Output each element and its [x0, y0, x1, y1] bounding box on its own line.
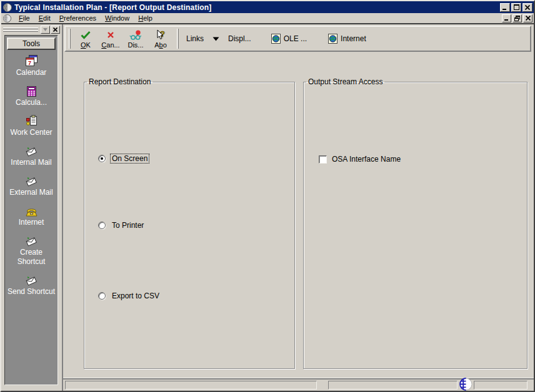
mail-icon: [25, 235, 38, 247]
chevron-down-icon: [212, 37, 219, 41]
check-icon: [80, 29, 91, 41]
radio-export-to-csv[interactable]: Export to CSV: [98, 291, 161, 301]
window-title: Typical Installation Plan - [Report Outp…: [14, 3, 498, 12]
globe-icon: [458, 378, 474, 391]
find-icon: [129, 29, 142, 41]
display-button[interactable]: Dis...: [123, 27, 148, 50]
checkbox-icon: [319, 155, 327, 164]
sidebar-item-label: Internal Mail: [11, 158, 51, 167]
sidebar-item-external-mail[interactable]: External Mail: [5, 175, 58, 197]
exitbar-grip[interactable]: [3, 27, 38, 32]
ok-button[interactable]: OK: [73, 27, 98, 50]
sidebar-item-label: External Mail: [9, 188, 52, 197]
internet-button[interactable]: Internet: [326, 32, 369, 45]
exitbar-close-button[interactable]: [51, 26, 60, 34]
sidebar-item-create-shortcut[interactable]: Create Shortcut: [5, 235, 58, 267]
sidebar-item-send-shortcut[interactable]: Send Shortcut: [5, 274, 58, 296]
maximize-button[interactable]: [511, 3, 521, 12]
tools-panel: Tools 7 Calendar Calcula...: [4, 35, 58, 385]
app-window: Typical Installation Plan - [Report Outp…: [0, 0, 535, 392]
mail-icon: [25, 175, 38, 187]
statusbar: [63, 378, 534, 391]
exitbar-header: [1, 24, 62, 35]
status-cell: [474, 381, 528, 390]
sidebar-item-work-center[interactable]: Work Center: [5, 115, 58, 137]
radio-on-screen[interactable]: On Screen: [98, 154, 149, 164]
calendar-icon: 7: [25, 55, 38, 67]
minimize-button[interactable]: [500, 3, 510, 12]
links-dropdown-button[interactable]: [210, 36, 222, 42]
menubar: File Edit Preferences Window Help: [1, 13, 534, 24]
mail-icon: [25, 274, 38, 286]
close-button[interactable]: [522, 3, 532, 12]
radio-button-icon: [98, 222, 106, 229]
main-panel: OK Can... Dis... ?: [62, 24, 534, 391]
sidebar-item-calculator[interactable]: Calcula...: [5, 85, 58, 107]
radio-to-printer[interactable]: To Printer: [98, 220, 146, 230]
mdi-restore-button[interactable]: [512, 14, 522, 22]
mdi-close-button[interactable]: [523, 14, 532, 22]
internet-doc-globe-icon: [328, 34, 338, 44]
svg-text:7: 7: [28, 60, 31, 66]
tools-button[interactable]: Tools: [7, 37, 56, 50]
sidebar-item-label: Calcula...: [16, 98, 47, 107]
osa-interface-checkbox[interactable]: OSA Interface Name: [319, 154, 401, 164]
mdi-minimize-button[interactable]: [502, 14, 511, 22]
toolbar-grip[interactable]: [69, 29, 71, 49]
ole-doc-globe-icon: [271, 34, 281, 44]
sidebar-item-label: Send Shortcut: [8, 287, 55, 296]
toolbar-grip[interactable]: [177, 29, 179, 49]
menu-window[interactable]: Window: [101, 14, 134, 22]
links-label: Links: [186, 34, 204, 43]
exitbar-dropdown-button[interactable]: [41, 26, 50, 34]
sidebar-item-internal-mail[interactable]: Internal Mail: [5, 145, 58, 167]
app-globe-icon: [2, 2, 12, 12]
sidebar-item-calendar[interactable]: 7 Calendar: [5, 55, 58, 77]
form-area: Report Destination On Screen To Printer …: [63, 52, 534, 378]
sidebar-item-label: Work Center: [10, 128, 52, 137]
radio-button-icon: [98, 292, 106, 300]
output-stream-access-group: Output Stream Access OSA Interface Name: [303, 77, 528, 369]
group-title: Report Destination: [87, 77, 152, 86]
cancel-icon: [107, 29, 114, 41]
menu-file[interactable]: File: [14, 14, 34, 22]
exit-bar: Tools 7 Calendar Calcula...: [1, 24, 62, 391]
titlebar: Typical Installation Plan - [Report Outp…: [1, 1, 534, 13]
ole-button[interactable]: OLE ...: [269, 32, 309, 45]
group-title: Output Stream Access: [306, 77, 384, 86]
phone-icon: [25, 205, 38, 217]
work-center-icon: [26, 115, 38, 127]
status-cell: [65, 381, 317, 390]
status-cell: [328, 381, 458, 390]
menu-edit[interactable]: Edit: [34, 14, 55, 22]
mdi-system-icon[interactable]: [2, 14, 12, 23]
mail-icon: [25, 145, 38, 157]
cancel-button[interactable]: Can...: [98, 27, 123, 50]
about-help-button[interactable]: ? Abo: [148, 27, 173, 50]
toolbar: OK Can... Dis... ?: [64, 26, 531, 52]
sidebar-item-label: Internet: [19, 218, 44, 227]
report-destination-group: Report Destination On Screen To Printer …: [84, 77, 295, 369]
radio-button-icon: [98, 155, 106, 162]
calculator-icon: [26, 85, 37, 97]
help-icon: ?: [156, 29, 166, 41]
menu-help[interactable]: Help: [134, 14, 157, 22]
sidebar-item-label: Calendar: [16, 68, 47, 77]
sidebar-item-internet[interactable]: Internet: [5, 205, 58, 227]
menu-preferences[interactable]: Preferences: [55, 14, 101, 22]
sidebar-item-label: Create Shortcut: [5, 248, 58, 267]
display-exit-button[interactable]: Displ...: [226, 33, 254, 44]
